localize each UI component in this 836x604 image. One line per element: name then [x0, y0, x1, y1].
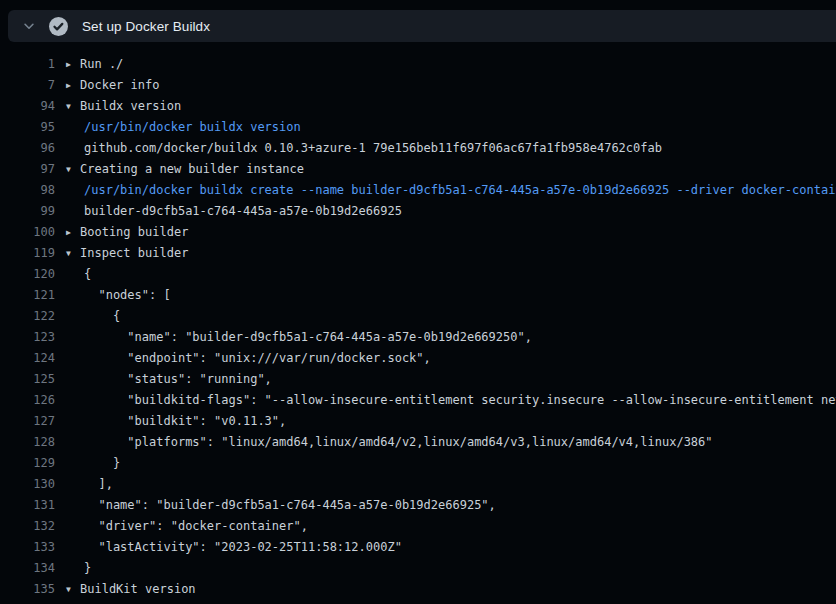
log-group-row[interactable]: 94▼Buildx version — [0, 96, 836, 117]
line-number[interactable]: 97 — [0, 159, 55, 180]
line-number[interactable]: 95 — [0, 117, 55, 138]
line-number[interactable]: 100 — [0, 222, 55, 243]
log-line: 134} — [0, 558, 836, 579]
log-line: 126 "buildkitd-flags": "--allow-insecure… — [0, 390, 836, 411]
log-group-row[interactable]: 97▼Creating a new builder instance — [0, 159, 836, 180]
line-number[interactable]: 125 — [0, 369, 55, 390]
log-line: 132 "driver": "docker-container", — [0, 516, 836, 537]
log-line: 121 "nodes": [ — [0, 285, 836, 306]
output-text: "nodes": [ — [84, 285, 171, 306]
line-number[interactable]: 126 — [0, 390, 55, 411]
triangle-expanded-icon[interactable]: ▼ — [66, 159, 80, 180]
output-text: builder-d9cfb5a1-c764-445a-a57e-0b19d2e6… — [84, 201, 402, 222]
output-text: github.com/docker/buildx 0.10.3+azure-1 … — [84, 138, 662, 159]
triangle-collapsed-icon[interactable]: ▶ — [66, 54, 80, 75]
output-text: "endpoint": "unix:///var/run/docker.sock… — [84, 348, 431, 369]
line-number[interactable]: 127 — [0, 411, 55, 432]
log-group-row[interactable]: 100▶Booting builder — [0, 222, 836, 243]
log-group-header[interactable]: ▶Docker info — [66, 75, 159, 97]
chevron-down-icon[interactable] — [14, 19, 44, 33]
line-number[interactable]: 135 — [0, 579, 55, 600]
output-text: "name": "builder-d9cfb5a1-c764-445a-a57e… — [84, 327, 532, 348]
line-number[interactable]: 123 — [0, 327, 55, 348]
log-group-header[interactable]: ▶Booting builder — [66, 222, 188, 244]
line-number[interactable]: 7 — [0, 75, 55, 96]
log-line: 95/usr/bin/docker buildx version — [0, 117, 836, 138]
output-text: "buildkitd-flags": "--allow-insecure-ent… — [84, 390, 836, 411]
log-line: 127 "buildkit": "v0.11.3", — [0, 411, 836, 432]
line-number[interactable]: 1 — [0, 54, 55, 75]
step-title: Set up Docker Buildx — [82, 19, 210, 34]
log-group-header[interactable]: ▼Creating a new builder instance — [66, 159, 304, 181]
log-line: 133 "lastActivity": "2023-02-25T11:58:12… — [0, 537, 836, 558]
line-number[interactable]: 130 — [0, 474, 55, 495]
output-text: "buildkit": "v0.11.3", — [84, 411, 286, 432]
log-group-row[interactable]: 7▶Docker info — [0, 75, 836, 96]
line-number[interactable]: 132 — [0, 516, 55, 537]
output-text: "driver": "docker-container", — [84, 516, 308, 537]
output-text: { — [84, 264, 91, 285]
log-line: 131 "name": "builder-d9cfb5a1-c764-445a-… — [0, 495, 836, 516]
log-group-header[interactable]: ▶Run ./ — [66, 54, 123, 76]
line-number[interactable]: 129 — [0, 453, 55, 474]
group-label: Booting builder — [80, 225, 188, 239]
group-label: Run ./ — [80, 57, 123, 71]
log-line: 130 ], — [0, 474, 836, 495]
group-label: Inspect builder — [80, 246, 188, 260]
line-number[interactable]: 98 — [0, 180, 55, 201]
log-line: 120{ — [0, 264, 836, 285]
log-line: 99builder-d9cfb5a1-c764-445a-a57e-0b19d2… — [0, 201, 836, 222]
line-number[interactable]: 99 — [0, 201, 55, 222]
log-lines: 1▶Run ./7▶Docker info94▼Buildx version95… — [0, 42, 836, 604]
check-circle-icon — [44, 17, 72, 36]
line-number[interactable]: 121 — [0, 285, 55, 306]
log-group-header[interactable]: ▼Buildx version — [66, 96, 181, 118]
group-label: BuildKit version — [80, 582, 196, 596]
triangle-expanded-icon[interactable]: ▼ — [66, 579, 80, 600]
line-number[interactable]: 133 — [0, 537, 55, 558]
output-text: "name": "builder-d9cfb5a1-c764-445a-a57e… — [84, 495, 496, 516]
step-header-row[interactable]: Set up Docker Buildx — [8, 10, 836, 42]
output-text: ], — [84, 474, 113, 495]
group-label: Buildx version — [80, 99, 181, 113]
line-number[interactable]: 120 — [0, 264, 55, 285]
log-line: 136builder-d9cfb5a1-c764-445a-a57e-0b19d… — [0, 600, 836, 604]
log-group-row[interactable]: 135▼BuildKit version — [0, 579, 836, 600]
log-group-header[interactable]: ▼BuildKit version — [66, 579, 196, 601]
output-text: } — [84, 558, 91, 579]
log-line: 129 } — [0, 453, 836, 474]
log-line: 123 "name": "builder-d9cfb5a1-c764-445a-… — [0, 327, 836, 348]
output-text: } — [84, 453, 120, 474]
command-text: /usr/bin/docker buildx version — [84, 117, 301, 138]
line-number[interactable]: 124 — [0, 348, 55, 369]
output-text: "lastActivity": "2023-02-25T11:58:12.000… — [84, 537, 402, 558]
log-line: 125 "status": "running", — [0, 369, 836, 390]
line-number[interactable]: 119 — [0, 243, 55, 264]
command-text: /usr/bin/docker buildx create --name bui… — [84, 180, 836, 201]
log-line: 124 "endpoint": "unix:///var/run/docker.… — [0, 348, 836, 369]
output-text: "status": "running", — [84, 369, 272, 390]
log-group-row[interactable]: 1▶Run ./ — [0, 54, 836, 75]
line-number[interactable]: 134 — [0, 558, 55, 579]
triangle-expanded-icon[interactable]: ▼ — [66, 96, 80, 117]
line-number[interactable]: 122 — [0, 306, 55, 327]
triangle-collapsed-icon[interactable]: ▶ — [66, 75, 80, 96]
output-text: { — [84, 306, 120, 327]
actions-log-viewer: Set up Docker Buildx 1▶Run ./7▶Docker in… — [0, 0, 836, 604]
line-number[interactable]: 96 — [0, 138, 55, 159]
output-text: "platforms": "linux/amd64,linux/amd64/v2… — [84, 432, 713, 453]
output-text: builder-d9cfb5a1-c764-445a-a57e-0b19d2e6… — [84, 600, 474, 604]
log-line: 98/usr/bin/docker buildx create --name b… — [0, 180, 836, 201]
log-group-header[interactable]: ▼Inspect builder — [66, 243, 188, 265]
line-number[interactable]: 131 — [0, 495, 55, 516]
line-number[interactable]: 136 — [0, 600, 55, 604]
group-label: Docker info — [80, 78, 159, 92]
line-number[interactable]: 94 — [0, 96, 55, 117]
log-line: 96github.com/docker/buildx 0.10.3+azure-… — [0, 138, 836, 159]
group-label: Creating a new builder instance — [80, 162, 304, 176]
triangle-collapsed-icon[interactable]: ▶ — [66, 222, 80, 243]
log-group-row[interactable]: 119▼Inspect builder — [0, 243, 836, 264]
triangle-expanded-icon[interactable]: ▼ — [66, 243, 80, 264]
log-line: 122 { — [0, 306, 836, 327]
line-number[interactable]: 128 — [0, 432, 55, 453]
